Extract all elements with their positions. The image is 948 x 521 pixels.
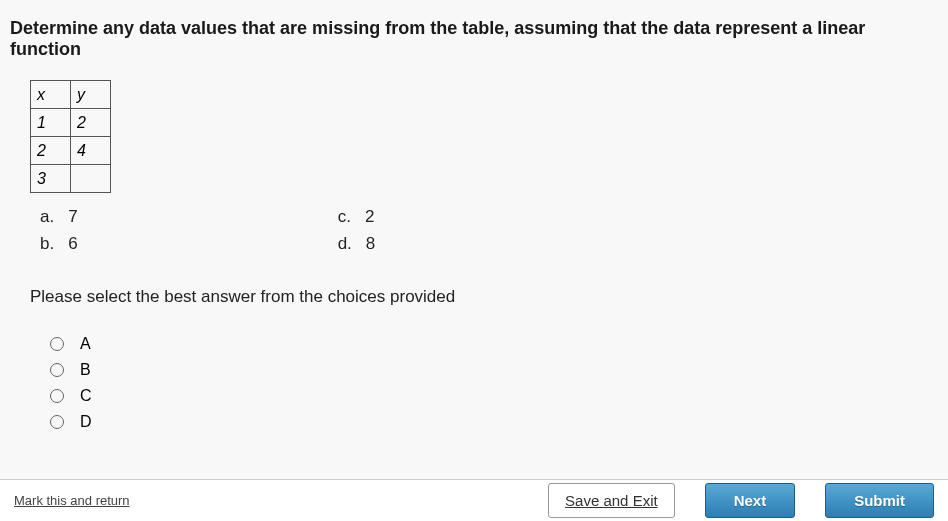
answer-letter: d. xyxy=(338,230,352,257)
submit-button[interactable]: Submit xyxy=(825,483,934,518)
cell-x: 1 xyxy=(31,109,71,137)
answer-a: a. 7 xyxy=(40,203,78,230)
answer-col-left: a. 7 b. 6 xyxy=(40,203,78,257)
instruction-text: Please select the best answer from the c… xyxy=(30,287,918,307)
data-table: x y 1 2 2 4 3 xyxy=(30,80,111,193)
next-button[interactable]: Next xyxy=(705,483,796,518)
choice-label: A xyxy=(80,335,91,353)
radio-icon[interactable] xyxy=(50,337,64,351)
answer-letter: a. xyxy=(40,203,54,230)
choice-label: D xyxy=(80,413,92,431)
cell-y: 2 xyxy=(71,109,111,137)
question-text: Determine any data values that are missi… xyxy=(0,0,948,70)
answer-col-right: c. 2 d. 8 xyxy=(338,203,376,257)
choice-label: C xyxy=(80,387,92,405)
answer-letter: b. xyxy=(40,230,54,257)
answer-value: 7 xyxy=(68,203,77,230)
answer-value: 2 xyxy=(365,203,374,230)
radio-icon[interactable] xyxy=(50,363,64,377)
table-row: 1 2 xyxy=(31,109,111,137)
choice-a[interactable]: A xyxy=(50,335,918,353)
choice-d[interactable]: D xyxy=(50,413,918,431)
answer-value: 6 xyxy=(68,230,77,257)
answer-b: b. 6 xyxy=(40,230,78,257)
radio-icon[interactable] xyxy=(50,415,64,429)
table-header-row: x y xyxy=(31,81,111,109)
cell-y xyxy=(71,165,111,193)
footer-bar: Mark this and return Save and Exit Next … xyxy=(0,479,948,521)
choice-b[interactable]: B xyxy=(50,361,918,379)
content-area: x y 1 2 2 4 3 a. 7 b. 6 c xyxy=(0,70,948,449)
save-exit-button[interactable]: Save and Exit xyxy=(548,483,675,518)
answer-c: c. 2 xyxy=(338,203,376,230)
choice-c[interactable]: C xyxy=(50,387,918,405)
header-y: y xyxy=(71,81,111,109)
answer-options: a. 7 b. 6 c. 2 d. 8 xyxy=(40,203,918,257)
answer-d: d. 8 xyxy=(338,230,376,257)
mark-return-link[interactable]: Mark this and return xyxy=(14,493,130,508)
cell-y: 4 xyxy=(71,137,111,165)
cell-x: 2 xyxy=(31,137,71,165)
answer-value: 8 xyxy=(366,230,375,257)
answer-letter: c. xyxy=(338,203,351,230)
table-row: 3 xyxy=(31,165,111,193)
choice-label: B xyxy=(80,361,91,379)
header-x: x xyxy=(31,81,71,109)
choice-list: A B C D xyxy=(50,335,918,431)
radio-icon[interactable] xyxy=(50,389,64,403)
cell-x: 3 xyxy=(31,165,71,193)
table-row: 2 4 xyxy=(31,137,111,165)
